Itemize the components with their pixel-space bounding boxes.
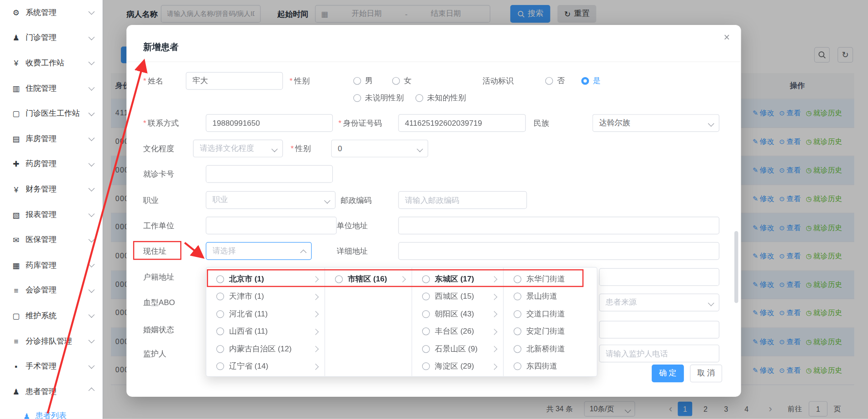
- radio-no[interactable]: 否: [545, 72, 565, 90]
- cascader-option[interactable]: 丰台区 (26): [412, 323, 503, 340]
- radio-male[interactable]: 男: [353, 72, 373, 90]
- cascader-option[interactable]: 安定门街道: [504, 323, 597, 340]
- sidebar-item[interactable]: ¥ 财务管理: [0, 177, 103, 202]
- detail-address-input[interactable]: [398, 242, 719, 260]
- cascader-option[interactable]: 辽宁省 (14): [206, 358, 324, 375]
- household-address-input[interactable]: [599, 268, 719, 286]
- radio-gender-unknown[interactable]: 未知的性别: [415, 89, 466, 107]
- patient-source-select[interactable]: 患者来源: [599, 294, 719, 311]
- radio-icon: [514, 275, 521, 283]
- cascader-option[interactable]: 东四街道: [504, 358, 597, 375]
- sidebar-item-label: 会诊管理: [25, 286, 89, 296]
- cascader-option[interactable]: 市辖区 (16): [325, 271, 411, 288]
- app: ⚙ 系统管理 ♟ 门诊管理 ¥ 收费工作站 ▥ 住院管理 ▢: [0, 0, 868, 419]
- radio-icon: [514, 310, 521, 318]
- cascader-option[interactable]: 东华门街道: [504, 271, 597, 288]
- ethnicity-select[interactable]: 达斡尔族: [592, 114, 719, 132]
- postal-code-input[interactable]: [398, 191, 527, 209]
- chevron-down-icon: [88, 160, 95, 167]
- sidebar-item[interactable]: ▥ 住院管理: [0, 76, 103, 101]
- sidebar-item-label: 药房管理: [25, 159, 89, 169]
- chevron-right-icon: [491, 276, 498, 282]
- name-input[interactable]: [186, 72, 283, 90]
- sidebar-item[interactable]: ▢ 门诊医生工作站: [0, 101, 103, 127]
- current-address-cascader[interactable]: 请选择: [206, 242, 312, 260]
- radio-yes[interactable]: 是: [581, 72, 601, 90]
- cascader-district-column: 东城区 (17)西城区 (15)朝阳区 (43)丰台区 (26)石景山区 (9)…: [412, 268, 504, 376]
- chevron-down-icon: [708, 120, 714, 127]
- radio-icon: [422, 345, 430, 353]
- chevron-down-icon: [88, 186, 95, 192]
- sidebar-item-label: 门诊医生工作站: [25, 108, 89, 118]
- cascader-option[interactable]: 石景山区 (9): [412, 340, 503, 357]
- chevron-down-icon: [88, 362, 95, 369]
- gender2-select[interactable]: 0: [331, 140, 429, 158]
- sidebar-item[interactable]: ▧ 报表管理: [0, 202, 103, 227]
- cascader-option[interactable]: 天津市 (1): [206, 288, 324, 305]
- chevron-down-icon: [708, 300, 714, 306]
- cascader-option[interactable]: 朝阳区 (43): [412, 305, 503, 322]
- sidebar-item[interactable]: ≡ 分诊排队管理: [0, 328, 103, 354]
- radio-gender-unstated[interactable]: 未说明性别: [353, 89, 404, 107]
- active-flag-label: 活动标识: [483, 72, 514, 90]
- name-label: *姓名: [143, 72, 163, 90]
- close-icon[interactable]: ×: [724, 32, 730, 44]
- visit-card-input[interactable]: [206, 165, 333, 183]
- sidebar-item[interactable]: ¥ 收费工作站: [0, 50, 103, 76]
- cascader-province-column: 北京市 (1)天津市 (1)河北省 (11)山西省 (11)内蒙古自治区 (12…: [206, 268, 325, 376]
- sidebar-item-label: 医保管理: [25, 235, 89, 245]
- sidebar-item[interactable]: ▪ 手术管理: [0, 354, 103, 379]
- radio-icon: [415, 94, 423, 102]
- cascader-option[interactable]: 交道口街道: [504, 305, 597, 322]
- sidebar-item[interactable]: ≡ 会诊管理: [0, 278, 103, 303]
- chevron-right-icon: [491, 311, 498, 317]
- current-address-placeholder: 请选择: [212, 246, 235, 256]
- radio-icon: [422, 275, 430, 283]
- cascader-option[interactable]: 东城区 (17): [412, 271, 503, 288]
- sidebar-item-label: 患者管理: [25, 387, 89, 397]
- contact-input[interactable]: [206, 114, 333, 132]
- guardian-phone-input[interactable]: [599, 345, 719, 362]
- confirm-button[interactable]: 确 定: [652, 365, 684, 382]
- education-select[interactable]: 请选择文化程度: [193, 140, 283, 158]
- sidebar-item-label: 分诊排队管理: [25, 336, 89, 346]
- marital-status-input[interactable]: [599, 321, 719, 339]
- sidebar-item[interactable]: ⚙ 系统管理: [0, 0, 103, 25]
- sidebar-item[interactable]: ▦ 药库管理: [0, 252, 103, 278]
- sidebar-item[interactable]: ▢ 维护系统: [0, 303, 103, 329]
- sidebar-item[interactable]: ▤ 库房管理: [0, 126, 103, 152]
- cascader-option[interactable]: 河北省 (11): [206, 305, 324, 322]
- radio-female[interactable]: 女: [392, 72, 412, 90]
- cascader-option[interactable]: 景山街道: [504, 288, 597, 305]
- sidebar-item[interactable]: ✉ 医保管理: [0, 227, 103, 253]
- unit-address-input[interactable]: [398, 217, 719, 234]
- cascader-option[interactable]: 北京市 (1): [206, 271, 324, 288]
- current-address-label: 现住址: [143, 242, 166, 260]
- cascader-option[interactable]: 内蒙古自治区 (12): [206, 340, 324, 357]
- education-placeholder: 请选择文化程度: [200, 143, 254, 153]
- chevron-down-icon: [88, 236, 95, 242]
- sidebar-item[interactable]: ✚ 药房管理: [0, 152, 103, 177]
- cascader-option[interactable]: 海淀区 (29): [412, 358, 503, 375]
- cascader-option[interactable]: 西城区 (15): [412, 288, 503, 305]
- radio-icon: [216, 345, 224, 353]
- chevron-right-icon: [491, 363, 498, 370]
- id-number-input[interactable]: [398, 114, 526, 132]
- sidebar-item[interactable]: ♟ 门诊管理: [0, 25, 103, 51]
- chevron-right-icon: [491, 346, 498, 352]
- occupation-select[interactable]: 职业: [206, 191, 336, 209]
- cascader-option[interactable]: 山西省 (11): [206, 323, 324, 340]
- sidebar-item-label: 住院管理: [25, 84, 89, 94]
- household-address-label: 户籍地址: [143, 268, 174, 286]
- sidebar-item-icon: ▤: [11, 134, 21, 143]
- chevron-right-icon: [491, 329, 498, 335]
- radio-icon: [422, 363, 430, 370]
- cancel-button[interactable]: 取 消: [690, 365, 722, 382]
- modal-scrollbar[interactable]: [734, 231, 738, 303]
- sidebar-item-patient-list[interactable]: ♟ 患者列表: [0, 404, 103, 419]
- work-unit-input[interactable]: [206, 217, 337, 234]
- sidebar-item[interactable]: ♟ 患者管理: [0, 379, 103, 404]
- cascader-option[interactable]: 北新桥街道: [504, 340, 597, 357]
- chevron-down-icon: [88, 110, 95, 116]
- radio-icon: [514, 363, 521, 370]
